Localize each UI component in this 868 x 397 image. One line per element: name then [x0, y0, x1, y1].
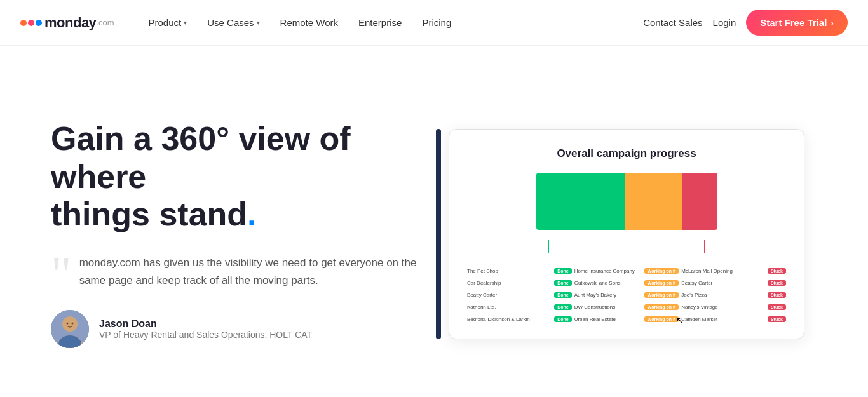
nav-item-pricing[interactable]: Pricing [413, 12, 460, 33]
svg-point-3 [63, 317, 77, 331]
nav-item-product[interactable]: Product ▾ [140, 12, 196, 33]
connector-orange [627, 240, 627, 253]
right-section: Overall campaign progress [436, 129, 817, 339]
svg-point-4 [67, 323, 69, 325]
card-title: Overall campaign progress [467, 147, 786, 160]
login-button[interactable]: Login [713, 17, 736, 28]
connector-red-h [657, 253, 752, 253]
nav-item-use-cases[interactable]: Use Cases ▾ [198, 12, 268, 33]
nav-links: Product ▾ Use Cases ▾ Remote Work Enterp… [140, 12, 461, 33]
table-row: Nancy's Vintage Stuck [681, 302, 786, 312]
table-row: The Pet Shop Done [467, 266, 572, 276]
logo-icon: monday.com [20, 15, 114, 31]
author-title: VP of Heavy Rental and Sales Operations,… [99, 330, 312, 340]
table-row: Bedford, Dickinson & Larkin Done [467, 314, 572, 324]
bar-done [536, 173, 625, 230]
connector-green-h [501, 253, 597, 253]
table-row: McLaren Mall Opening Stuck [681, 266, 786, 276]
avatar-image [51, 310, 89, 348]
chevron-right-icon: › [831, 18, 834, 28]
nav-left: monday.com Product ▾ Use Cases ▾ Remote … [20, 12, 460, 33]
table-row: DW Constructions Working on it [574, 302, 679, 312]
logo-text-sub: .com [96, 18, 114, 27]
logo-text-main: monday [44, 15, 96, 31]
nav-item-remote-work[interactable]: Remote Work [271, 12, 347, 33]
sub-col-working: Home Insurance Company Working on it Gut… [574, 266, 679, 326]
vertical-accent-bar [436, 129, 441, 339]
sub-col-done: The Pet Shop Done Car Dealership Done Be… [467, 266, 572, 326]
quote-text: monday.com has given us the visibility w… [79, 254, 419, 290]
connector-green [548, 240, 549, 253]
nav-right: Contact Sales Login Start Free Trial › [643, 10, 848, 36]
table-row: Beatsy Carter Stuck [681, 278, 786, 288]
start-trial-button[interactable]: Start Free Trial › [746, 10, 848, 36]
hero-dot: . [247, 196, 256, 232]
author-name: Jason Doan [99, 318, 312, 330]
table-row: Aunt May's Bakery Working on it [574, 290, 679, 300]
bar-working [625, 173, 682, 230]
connector-lines [467, 240, 786, 263]
bar-stuck [682, 173, 717, 230]
dot-blue [36, 20, 42, 26]
table-row: Beatty Carter Done [467, 290, 572, 300]
quote-mark-icon: " [51, 259, 72, 290]
table-row: Katherin Ltd. Done [467, 302, 572, 312]
contact-sales-link[interactable]: Contact Sales [643, 17, 702, 28]
table-row: Home Insurance Company Working on it [574, 266, 679, 276]
connector-red [704, 240, 705, 253]
table-row: Joe's Pizza Stuck [681, 290, 786, 300]
table-row: Camden Market Stuck [681, 314, 786, 324]
main-content: Gain a 360° view of where things stand. … [0, 46, 868, 397]
chevron-down-icon: ▾ [257, 19, 260, 26]
hero-title: Gain a 360° view of where things stand. [51, 120, 419, 234]
author-info: Jason Doan VP of Heavy Rental and Sales … [99, 318, 312, 340]
logo[interactable]: monday.com [20, 15, 114, 31]
left-section: Gain a 360° view of where things stand. … [51, 120, 419, 348]
bar-chart [467, 173, 786, 230]
dot-orange [20, 20, 27, 26]
dot-pink [28, 20, 34, 26]
dashboard-card: Overall campaign progress [449, 129, 804, 339]
author-section: Jason Doan VP of Heavy Rental and Sales … [51, 310, 419, 348]
avatar [51, 310, 89, 348]
table-row: Urban Real Estate Working on it ↖ [574, 314, 679, 324]
svg-point-5 [72, 323, 74, 325]
chevron-down-icon: ▾ [184, 19, 187, 26]
logo-dots [20, 20, 42, 26]
nav-item-enterprise[interactable]: Enterprise [349, 12, 410, 33]
sub-col-stuck: McLaren Mall Opening Stuck Beatsy Carter… [681, 266, 786, 326]
sub-table: The Pet Shop Done Car Dealership Done Be… [467, 266, 786, 326]
table-row: Gutkowski and Sons Working on it [574, 278, 679, 288]
navbar: monday.com Product ▾ Use Cases ▾ Remote … [0, 0, 868, 46]
table-row: Car Dealership Done [467, 278, 572, 288]
avatar-placeholder [51, 310, 89, 348]
quote-section: " monday.com has given us the visibility… [51, 254, 419, 290]
